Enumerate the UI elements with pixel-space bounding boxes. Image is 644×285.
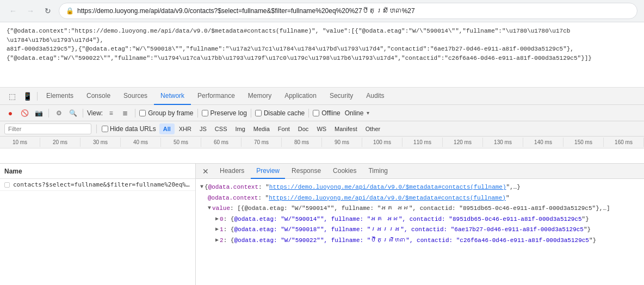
inspect-element-icon[interactable]: ⬚ bbox=[4, 89, 20, 104]
tab-elements[interactable]: Elements bbox=[40, 88, 80, 105]
response-tree: ▼ { @odata.context : " https://demo.luoy… bbox=[196, 179, 644, 285]
reload-button[interactable]: ↻ bbox=[41, 4, 54, 17]
clear-button[interactable]: 🚫 bbox=[18, 107, 30, 119]
item-1-line: ▶ 1 : { @odata.etag: "W/"590018"", fulln… bbox=[200, 225, 640, 236]
item-2-contactid: c26f6a46-0d46-e911-a81f-000d3a5129c5 bbox=[460, 236, 589, 246]
context-link-2[interactable]: https://demo.luoyong.me/api/data/v9.0/$m… bbox=[269, 194, 506, 203]
lock-icon: 🔒 bbox=[66, 7, 74, 15]
record-button[interactable]: ● bbox=[4, 107, 16, 119]
toolbar-div-6 bbox=[308, 109, 309, 117]
filter-input[interactable] bbox=[4, 123, 91, 134]
item-1-index: 1 bbox=[220, 225, 224, 235]
tab-memory[interactable]: Memory bbox=[242, 88, 278, 105]
preserve-log-checkbox[interactable] bbox=[202, 110, 208, 116]
toolbar-div-5 bbox=[251, 109, 251, 117]
filter-xhr-button[interactable]: XHR bbox=[175, 123, 195, 134]
tab-cookies[interactable]: Cookies bbox=[327, 164, 362, 179]
tab-headers[interactable]: Headers bbox=[214, 164, 250, 179]
tab-console[interactable]: Console bbox=[80, 88, 117, 105]
timeline-label: 40 ms bbox=[121, 138, 161, 147]
root-toggle[interactable]: ▼ bbox=[200, 183, 203, 191]
filter-js-button[interactable]: JS bbox=[196, 123, 210, 134]
filter-icon-button[interactable]: ⚙ bbox=[53, 107, 65, 119]
tab-performance[interactable]: Performance bbox=[191, 88, 242, 105]
item-1-fullname: រអររអ bbox=[370, 225, 400, 235]
group-by-frame-option[interactable]: Group by frame bbox=[139, 109, 193, 117]
timeline-label: 140 ms bbox=[523, 138, 564, 147]
timeline-label: 130 ms bbox=[483, 138, 523, 147]
filter-type-buttons: All XHR JS CSS Img Media Font Doc WS Man… bbox=[159, 123, 384, 134]
tab-network[interactable]: Network bbox=[154, 88, 191, 105]
hide-data-urls-label: Hide data URLs bbox=[110, 125, 156, 133]
device-toolbar-icon[interactable]: 📱 bbox=[20, 89, 35, 104]
screenshot-button[interactable]: 📷 bbox=[33, 107, 45, 119]
timeline-label: 10 ms bbox=[0, 138, 40, 147]
filter-img-button[interactable]: Img bbox=[231, 123, 249, 134]
preserve-log-label: Preserve log bbox=[210, 109, 247, 117]
back-button[interactable]: ← bbox=[7, 4, 20, 17]
item-0-line: ▶ 0 : { @odata.etag: "W/"590014"", fulln… bbox=[200, 214, 640, 225]
view-label: View: bbox=[87, 109, 103, 117]
request-row[interactable]: contacts?$select=fullname&$filter=fullna… bbox=[0, 179, 195, 191]
item-0-contactid: 8951db65-0c46-e911-a81f-000d3a5129c5 bbox=[453, 215, 582, 225]
hide-data-urls-option[interactable]: Hide data URLs bbox=[102, 125, 156, 133]
tab-application[interactable]: Application bbox=[278, 88, 323, 105]
item-2-content: @odata.etag: "W/"590022"", fullname: " bbox=[234, 236, 370, 246]
tab-sources[interactable]: Sources bbox=[117, 88, 154, 105]
filter-manifest-button[interactable]: Manifest bbox=[331, 123, 361, 134]
disable-cache-option[interactable]: Disable cache bbox=[255, 109, 305, 117]
filter-media-button[interactable]: Media bbox=[250, 123, 274, 134]
context-link[interactable]: https://demo.luoyong.me/api/data/v9.0/$m… bbox=[269, 183, 506, 193]
item-2-toggle[interactable]: ▶ bbox=[215, 236, 219, 245]
filter-doc-button[interactable]: Doc bbox=[294, 123, 313, 134]
devtools-tab-bar: ⬚ 📱 Elements Console Sources Network Per… bbox=[0, 88, 644, 105]
tab-security[interactable]: Security bbox=[323, 88, 360, 105]
timeline-label: 50 ms bbox=[161, 138, 201, 147]
value-key: value bbox=[212, 204, 230, 214]
toolbar-div-2 bbox=[83, 109, 83, 117]
tab-timing[interactable]: Timing bbox=[363, 164, 393, 179]
request-indicator bbox=[4, 182, 10, 188]
close-detail-button[interactable]: ✕ bbox=[200, 166, 211, 177]
group-by-frame-checkbox[interactable] bbox=[139, 110, 146, 116]
offline-checkbox[interactable] bbox=[313, 110, 319, 116]
tree-root-line: ▼ { @odata.context : " https://demo.luoy… bbox=[200, 182, 640, 193]
item-1-toggle[interactable]: ▶ bbox=[215, 225, 219, 234]
requests-panel: Name contacts?$select=fullname&$filter=f… bbox=[0, 164, 196, 285]
context-line: @odata.context : " https://demo.luoyong.… bbox=[200, 193, 640, 204]
item-2-fullname: ប៊ីតស្រីហ៣ bbox=[370, 236, 406, 246]
item-2-index: 2 bbox=[220, 236, 224, 246]
forward-button[interactable]: → bbox=[24, 4, 37, 17]
disable-cache-checkbox[interactable] bbox=[255, 110, 262, 116]
timeline-label: 70 ms bbox=[242, 138, 282, 147]
item-1-contactid: 6ae17b27-0d46-e911-a81f-000d3a5129c5 bbox=[454, 225, 584, 235]
filter-other-button[interactable]: Other bbox=[362, 123, 385, 134]
search-button[interactable]: 🔍 bbox=[67, 107, 79, 119]
item-1-content: @odata.etag: "W/"590018"", fullname: " bbox=[234, 225, 370, 235]
preserve-log-option[interactable]: Preserve log bbox=[202, 109, 247, 117]
list-view-button[interactable]: ≡ bbox=[105, 107, 117, 119]
tab-response[interactable]: Response bbox=[286, 164, 326, 179]
timeline-label: 30 ms bbox=[81, 138, 121, 147]
filter-all-button[interactable]: All bbox=[159, 123, 175, 134]
value-toggle[interactable]: ▼ bbox=[208, 204, 211, 213]
tab-preview[interactable]: Preview bbox=[251, 164, 285, 179]
hide-data-urls-checkbox[interactable] bbox=[102, 126, 108, 132]
throttle-dropdown-arrow[interactable]: ▾ bbox=[367, 110, 369, 116]
address-bar[interactable]: 🔒 https://demo.luoyong.me/api/data/v9.0/… bbox=[59, 3, 637, 19]
item-0-toggle[interactable]: ▶ bbox=[215, 215, 219, 224]
tree-view-button[interactable]: ≣ bbox=[119, 107, 131, 119]
item-0-fullname: អគ អស bbox=[370, 215, 399, 225]
detail-tab-bar: ✕ Headers Preview Response Cookies Timin… bbox=[196, 164, 644, 179]
filter-css-button[interactable]: CSS bbox=[211, 123, 231, 134]
timeline-area: 10 ms20 ms30 ms40 ms50 ms60 ms70 ms80 ms… bbox=[0, 137, 644, 164]
filter-font-button[interactable]: Font bbox=[274, 123, 294, 134]
request-detail-panel: ✕ Headers Preview Response Cookies Timin… bbox=[196, 164, 644, 285]
filter-ws-button[interactable]: WS bbox=[313, 123, 330, 134]
disable-cache-label: Disable cache bbox=[264, 109, 305, 117]
offline-label: Offline bbox=[321, 109, 340, 117]
tab-audits[interactable]: Audits bbox=[360, 88, 391, 105]
timeline-label: 20 ms bbox=[40, 138, 81, 147]
offline-option[interactable]: Offline bbox=[313, 109, 340, 117]
context-key-2: @odata.context bbox=[208, 194, 258, 203]
